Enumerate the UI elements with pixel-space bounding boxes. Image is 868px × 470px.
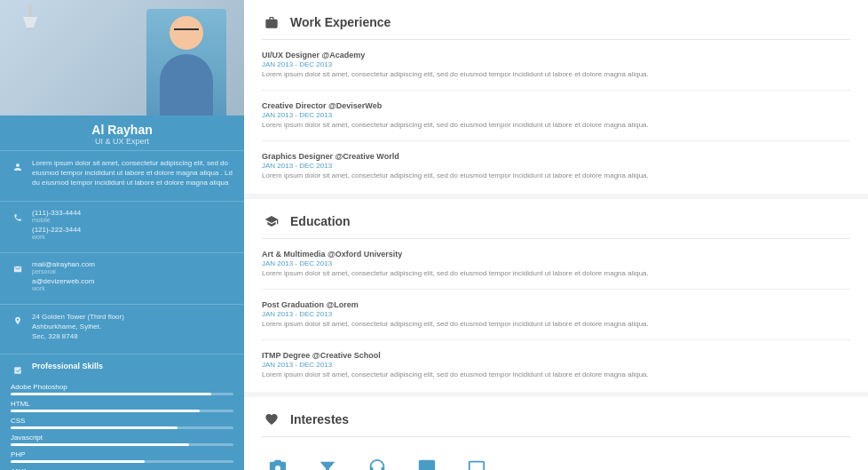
skill-bar-fill	[11, 410, 200, 412]
job-desc: Lorem ipsum dolor sit amet, consectetur …	[262, 171, 850, 180]
main-content: Work Experience UI/UX Designer @Academy …	[244, 0, 868, 470]
email-section: mail@alrayhan.com personal a@devizerweb.…	[0, 252, 244, 304]
job-desc: Lorem ipsum dolor sit amet, consectetur …	[262, 69, 850, 79]
job-date: JAN 2013 - DEC 2013	[262, 60, 850, 68]
email2-label: work	[32, 285, 95, 291]
interests-title: Interestes	[290, 412, 349, 426]
skill-name: HTML	[11, 400, 233, 408]
person-icon	[11, 160, 25, 174]
email-row: mail@alrayhan.com personal a@devizerweb.…	[11, 260, 233, 291]
skills-icon	[11, 363, 25, 378]
work-item: Creative Director @DeviserWeb JAN 2013 -…	[262, 101, 850, 141]
address-line3: Sec, 328 8748	[32, 331, 124, 341]
sidebar: Al Rayhan UI & UX Expert Lorem ipsum dol…	[0, 0, 244, 470]
skills-title: Professional Skills	[32, 362, 103, 370]
job-date: JAN 2013 - DEC 2013	[262, 162, 850, 170]
skills-header-row: Professional Skills	[11, 362, 233, 378]
address-line1: 24 Golden Tower (Third floor)	[32, 312, 124, 322]
skills-section: Professional Skills Adobe Photoshop HTML…	[0, 354, 244, 470]
job-date: JAN 2013 - DEC 2013	[262, 111, 850, 119]
screen-interest-icon	[461, 452, 493, 470]
phone-section: (111)-333-4444 mobile (121)-222-3444 wor…	[0, 201, 244, 252]
edu-desc: Lorem ipsum dolor sit amet, consectetur …	[262, 268, 850, 278]
phone-icon	[11, 211, 25, 225]
about-section: Lorem ipsum dolor sit amet, consectetur …	[0, 150, 244, 201]
email1-label: personal	[32, 268, 95, 275]
address-row: 24 Golden Tower (Third floor) Ashburkham…	[11, 312, 233, 342]
work-item: Graphics Designer @Creative World JAN 20…	[262, 152, 850, 180]
job-title: Graphics Designer @Creative World	[262, 152, 850, 161]
skill-bar-bg	[11, 426, 233, 429]
skill-bar-fill	[11, 460, 145, 463]
name-box: Al Rayhan UI & UX Expert	[0, 116, 244, 150]
edu-date: JAN 2013 - DEC 2013	[262, 259, 850, 267]
interests-icons	[262, 448, 850, 470]
skill-bar-bg	[11, 443, 233, 446]
person-silhouette	[146, 9, 226, 116]
education-list: Art & Multimedia @Oxford University JAN …	[262, 250, 850, 380]
headphones-interest-icon	[361, 452, 393, 470]
phone1-number[interactable]: (111)-333-4444	[32, 209, 81, 217]
education-header: Education	[262, 211, 850, 239]
skill-bar-bg	[11, 460, 233, 463]
interests-icon	[262, 410, 281, 429]
job-title: Creative Director @DeviserWeb	[262, 101, 850, 110]
address-info: 24 Golden Tower (Third floor) Ashburkham…	[32, 312, 124, 342]
email-icon	[11, 262, 25, 276]
work-item: UI/UX Designer @Academy JAN 2013 - DEC 2…	[262, 51, 850, 91]
job-desc: Lorem ipsum dolor sit amet, consectetur …	[262, 120, 850, 130]
profile-photo-area	[0, 0, 244, 116]
person-body	[160, 54, 213, 116]
about-row: Lorem ipsum dolor sit amet, consectetur …	[11, 158, 233, 188]
edu-date: JAN 2013 - DEC 2013	[262, 310, 850, 318]
skill-bar-fill	[11, 426, 178, 429]
skill-item: PHP	[11, 450, 233, 463]
email1[interactable]: mail@alrayhan.com	[32, 260, 95, 268]
edu-item: Art & Multimedia @Oxford University JAN …	[262, 250, 850, 290]
person-name: Al Rayhan	[4, 123, 240, 137]
phone1-label: mobile	[32, 217, 81, 223]
edu-desc: Lorem ipsum dolor sit amet, consectetur …	[262, 319, 850, 329]
phone2-number[interactable]: (121)-222-3444	[32, 226, 81, 234]
work-experience-title: Work Experience	[290, 15, 391, 29]
email2[interactable]: a@devizerweb.com	[32, 277, 95, 285]
location-icon	[11, 314, 25, 328]
chat-interest-icon	[411, 452, 443, 470]
person-title: UI & UX Expert	[4, 137, 240, 146]
degree-title: Art & Multimedia @Oxford University	[262, 250, 850, 259]
work-experience-header: Work Experience	[262, 12, 850, 40]
skill-item: Javascript	[11, 434, 233, 446]
edu-item: ITMP Degree @Creative School JAN 2013 - …	[262, 351, 850, 379]
skill-bar-fill	[11, 443, 189, 446]
skill-name: CSS	[11, 417, 233, 425]
work-experience-list: UI/UX Designer @Academy JAN 2013 - DEC 2…	[262, 51, 850, 181]
camera-interest-icon	[262, 452, 294, 470]
job-title: UI/UX Designer @Academy	[262, 51, 850, 60]
phone-row: (111)-333-4444 mobile (121)-222-3444 wor…	[11, 209, 233, 240]
person-glasses	[174, 28, 199, 36]
person-head	[170, 16, 203, 50]
edu-date: JAN 2013 - DEC 2013	[262, 361, 850, 369]
email-info: mail@alrayhan.com personal a@devizerweb.…	[32, 260, 95, 291]
education-title: Education	[290, 214, 351, 228]
interests-header: Interestes	[262, 410, 850, 437]
skill-name: Javascript	[11, 434, 233, 442]
svg-rect-0	[28, 4, 32, 18]
education-section: Education Art & Multimedia @Oxford Unive…	[244, 199, 868, 393]
skills-list: Adobe Photoshop HTML CSS Javascript PHP …	[11, 383, 233, 470]
interests-section: Interestes	[244, 397, 868, 470]
svg-marker-1	[23, 17, 37, 28]
phone2-label: work	[32, 234, 81, 240]
skill-bar-bg	[11, 410, 233, 412]
skill-bar-fill	[11, 393, 211, 395]
skill-item: CSS	[11, 417, 233, 429]
svg-rect-2	[29, 28, 31, 31]
phone-info: (111)-333-4444 mobile (121)-222-3444 wor…	[32, 209, 81, 240]
graduation-icon	[262, 211, 281, 231]
degree-title: ITMP Degree @Creative School	[262, 351, 850, 360]
address-line2: Ashburkhame, Sylhet.	[32, 322, 124, 331]
skill-item: Adobe Photoshop	[11, 383, 233, 395]
filter-interest-icon	[312, 452, 343, 470]
skill-name: PHP	[11, 450, 233, 458]
briefcase-icon	[262, 12, 281, 32]
